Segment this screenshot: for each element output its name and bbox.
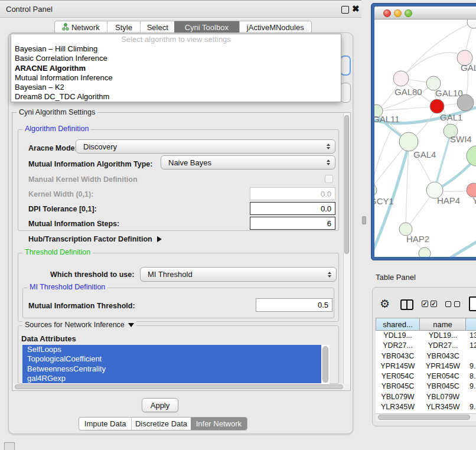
data-attributes-label: Data Attributes <box>21 334 76 343</box>
dropdown-item-bayesian-hill-climbing[interactable]: Bayesian – Hill Climbing <box>11 44 341 54</box>
column-header-shared[interactable]: shared... <box>376 318 420 331</box>
node-label: GAL <box>461 63 476 73</box>
table-cell <box>466 392 476 402</box>
tab-infer-network[interactable]: Infer Network <box>191 418 247 430</box>
network-node[interactable] <box>467 19 476 28</box>
node-label: GAL4 <box>413 149 436 159</box>
minimized-panel-icon[interactable] <box>4 442 15 450</box>
table-row[interactable]: YBR043CYBR043C <box>376 351 476 361</box>
tab-jactivemnodules[interactable]: jActiveMNodules <box>239 21 311 34</box>
minimize-traffic-light[interactable] <box>394 9 402 17</box>
mi-steps-field[interactable]: 6 <box>250 217 335 230</box>
apply-button[interactable]: Apply <box>142 398 178 412</box>
which-threshold-value: MI Threshold <box>148 270 193 279</box>
tab-network[interactable]: Network <box>55 21 107 34</box>
tab-discretize-data[interactable]: Discretize Data <box>131 418 190 430</box>
deselect-checkbox-icon[interactable] <box>454 301 460 307</box>
network-edge[interactable] <box>435 133 451 187</box>
column-header-a[interactable]: A <box>466 318 476 331</box>
table-horizontal-scrollbar-thumb[interactable] <box>378 415 470 420</box>
network-graph[interactable]: GALGAL80GAL10GAL1GAL11SWI4GAL4GCY1HAP4YH… <box>374 19 476 257</box>
algorithm-dropdown[interactable]: Select algorithm to view settings Bayesi… <box>11 34 341 102</box>
table-row[interactable]: YPR145WYPR145W9. <box>376 361 476 371</box>
manual-kernel-checkbox[interactable] <box>325 175 333 183</box>
dropdown-item-dream8-dc-tdc-algorithm[interactable]: Dream8 DC_TDC Algorithm <box>11 92 341 102</box>
zoom-traffic-light[interactable] <box>405 9 412 17</box>
dropdown-placeholder: Select algorithm to view settings <box>11 34 341 44</box>
control-panel-titlebar: Control Panel ✖ <box>0 0 361 18</box>
deselect-checkbox-icon[interactable] <box>445 301 451 307</box>
column-header-name[interactable]: name <box>420 318 466 331</box>
dropdown-item-mutual-information-inference[interactable]: Mutual Information Inference <box>11 73 341 83</box>
table-body: YDL19...YDL19...13YDR27...YDR27...12YBR0… <box>376 331 476 413</box>
network-node-gal4[interactable] <box>399 132 418 151</box>
combo-fragment[interactable] <box>340 83 351 103</box>
table-row[interactable]: YDR27...YDR27...12 <box>376 341 476 351</box>
focused-combo-fragment[interactable] <box>340 56 351 76</box>
aracne-mode-select[interactable]: Discovery <box>76 139 335 154</box>
table-cell: YDR27... <box>420 341 466 351</box>
aracne-mode-value: Discovery <box>83 142 117 151</box>
network-edge[interactable] <box>376 106 437 111</box>
mi-threshold-field[interactable]: 0.5 <box>256 298 332 312</box>
hub-definition-expander[interactable]: Hub/Transcription Factor Definition <box>28 235 162 243</box>
table-row[interactable]: YLR345WYLR345W9. <box>376 402 476 412</box>
select-all-checkbox-icon[interactable]: ✓ <box>431 301 437 307</box>
kernel-width-field[interactable]: 0.0 <box>250 187 335 200</box>
aracne-mode-label: Aracne Mode: <box>28 144 77 152</box>
document-icon[interactable] <box>469 296 476 311</box>
table-row[interactable]: YER054CYER054C8. <box>376 371 476 381</box>
node-label: Y <box>472 195 476 206</box>
table-cell: YDL19... <box>376 331 420 341</box>
mi-type-label: Mutual Information Algorithm Type: <box>28 160 152 168</box>
network-edge[interactable] <box>401 53 465 79</box>
settings-horizontal-scrollbar-thumb[interactable] <box>15 384 343 389</box>
tab-cyni-toolbox[interactable]: Cyni Toolbox <box>174 21 239 34</box>
node-label: GAL10 <box>435 88 463 98</box>
attribute-list-scrollbar-thumb[interactable] <box>322 346 328 383</box>
attribute-item-selfloops[interactable]: SelfLoops <box>22 345 321 354</box>
mi-type-select[interactable]: Naive Bayes <box>161 155 335 169</box>
network-window-titlebar[interactable] <box>374 6 476 19</box>
select-all-checkbox-icon[interactable]: ✓ <box>422 301 428 307</box>
network-edge[interactable] <box>450 239 476 257</box>
attribute-item-topologicalcoefficient[interactable]: TopologicalCoefficient <box>22 354 321 364</box>
node-label: GAL1 <box>440 112 462 122</box>
tab-style[interactable]: Style <box>107 21 141 34</box>
table-header-row: shared...nameA <box>376 318 476 331</box>
columns-icon[interactable] <box>400 299 413 310</box>
settings-vertical-scrollbar-thumb[interactable] <box>344 115 349 254</box>
close-traffic-light[interactable] <box>383 9 391 17</box>
split-pane-handle[interactable] <box>362 216 366 224</box>
table-panel-title: Table Panel <box>376 273 416 282</box>
tab-impute-data[interactable]: Impute Data <box>79 418 131 430</box>
network-node-gal80[interactable] <box>393 71 409 86</box>
network-view[interactable]: GALGAL80GAL10GAL1GAL11SWI4GAL4GCY1HAP4YH… <box>374 19 476 257</box>
network-node-gal1[interactable] <box>430 99 444 113</box>
tab-select[interactable]: Select <box>140 21 174 34</box>
network-node-gcy1[interactable] <box>374 184 377 197</box>
network-node[interactable] <box>467 146 476 166</box>
dpi-tolerance-field[interactable]: 0.0 <box>250 202 335 215</box>
table-row[interactable]: YBL079WYBL079W <box>376 392 476 402</box>
gear-icon[interactable]: ⚙ <box>380 297 390 311</box>
network-icon <box>62 23 69 32</box>
dropdown-item-aracne-algorithm[interactable]: ARACNE Algorithm <box>11 64 341 73</box>
table-row[interactable]: YDL19...YDL19...13 <box>376 331 476 341</box>
float-window-icon[interactable] <box>341 6 349 14</box>
attribute-item-betweennesscentrality[interactable]: BetweennessCentrality <box>22 364 321 374</box>
close-icon[interactable]: ✖ <box>352 4 360 14</box>
data-attributes-list[interactable]: SelfLoopsTopologicalCoefficientBetweenne… <box>22 345 330 384</box>
dropdown-item-bayesian-k2[interactable]: Bayesian – K2 <box>11 83 341 92</box>
which-threshold-select[interactable]: MI Threshold <box>140 267 337 282</box>
table-cell: YER054C <box>420 371 466 381</box>
table-row[interactable]: YBR045CYBR045C9. <box>376 381 476 392</box>
node-label: HAP4 <box>437 195 460 206</box>
dropdown-item-basic-correlation-inference[interactable]: Basic Correlation Inference <box>11 54 341 63</box>
attribute-item-gal4rgexp[interactable]: gal4RGexp <box>22 374 321 383</box>
network-node[interactable] <box>419 247 431 257</box>
combo-stepper-icon <box>327 144 330 149</box>
table-cell: YPR145W <box>420 361 466 371</box>
kernel-width-label: Kernel Width (0,1): <box>28 190 93 198</box>
sources-expander[interactable]: Sources for Network Inference <box>22 321 136 329</box>
